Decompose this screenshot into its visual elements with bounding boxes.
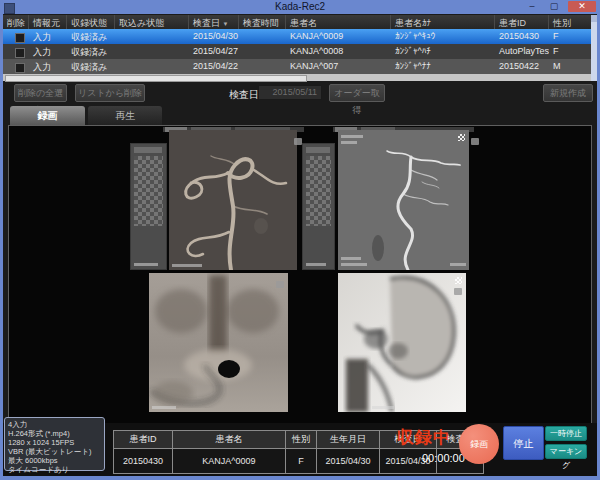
patient-name-header: 患者名 xyxy=(173,431,286,449)
birthdate-value: 2015/04/30 xyxy=(317,449,380,474)
scroll-up-icon[interactable] xyxy=(591,15,597,22)
tab-play[interactable]: 再生 xyxy=(88,106,162,125)
column-header-patient-kana[interactable]: 患者名ｶﾅ xyxy=(391,15,495,29)
cell-sex: M xyxy=(549,59,591,74)
elapsed-time: 00:00:00 xyxy=(422,452,465,464)
cell-patient-kana: ｶﾝｼﾞｬ^ﾅﾅ xyxy=(391,59,495,74)
patient-name-value: KANJA^0009 xyxy=(173,449,286,474)
info-line: VBR (最大ビットレート) xyxy=(8,447,104,456)
cell-patient-name: KANJA^0009 xyxy=(286,29,391,44)
column-header-patient-name[interactable]: 患者名 xyxy=(286,15,391,29)
patient-id-value: 20150430 xyxy=(114,449,173,474)
column-header-sex[interactable]: 性別 xyxy=(549,15,591,29)
patient-id-header: 患者ID xyxy=(114,431,173,449)
layout-grid-icon xyxy=(455,277,462,284)
sort-desc-icon: ▼ xyxy=(223,21,229,27)
info-line: タイムコードあり xyxy=(8,465,104,474)
sex-header: 性別 xyxy=(286,431,317,449)
info-line: H.264形式 (*.mp4) xyxy=(8,429,104,438)
info-line: 1280 x 1024 15FPS xyxy=(8,438,104,447)
stop-button[interactable]: 停止 xyxy=(503,426,544,460)
minimize-button[interactable]: – xyxy=(522,1,542,12)
sex-value: F xyxy=(286,449,317,474)
exam-date-label: 検査日 xyxy=(229,88,259,102)
cell-exam-date: 2015/04/30 xyxy=(189,29,239,44)
cell-patient-id: AutoPlayTest xyxy=(495,44,549,59)
recording-status-label: 収録中 xyxy=(397,426,451,449)
cell-patient-name: KANJA^0008 xyxy=(286,44,391,59)
exam-date-field[interactable]: 2015/05/11 xyxy=(258,85,322,100)
cell-import-status xyxy=(115,29,189,44)
study-row[interactable]: 入力 収録済み 2015/04/27 KANJA^0008 ｶﾝｼﾞｬ^ﾊﾁ A… xyxy=(3,44,591,59)
tool-palette-left xyxy=(130,143,167,270)
column-header-source[interactable]: 情報元 xyxy=(29,15,67,29)
cell-patient-id: 20150430 xyxy=(495,29,549,44)
marking-button[interactable]: マーキング xyxy=(545,444,587,459)
camera-icon xyxy=(471,138,479,145)
cell-patient-id: 20150422 xyxy=(495,59,549,74)
column-header-delete[interactable]: 削除 xyxy=(3,15,29,29)
delete-checkbox[interactable] xyxy=(15,63,25,73)
xray-image-bottom-right xyxy=(338,273,466,412)
info-line: 最大 6000kbps xyxy=(8,456,104,465)
column-header-patient-id[interactable]: 患者ID xyxy=(495,15,549,29)
cell-import-status xyxy=(115,59,189,74)
marker-icon xyxy=(276,281,284,288)
cell-patient-kana: ｶﾝｼﾞｬ^ﾊﾁ xyxy=(391,44,495,59)
cell-exam-date: 2015/04/22 xyxy=(189,59,239,74)
input-format-info: 4入力 H.264形式 (*.mp4) 1280 x 1024 15FPS VB… xyxy=(4,417,105,471)
maximize-button[interactable]: ▢ xyxy=(544,1,564,12)
horizontal-scrollbar[interactable] xyxy=(3,74,591,81)
cell-sex: F xyxy=(549,44,591,59)
close-button[interactable]: ✕ xyxy=(568,1,596,12)
xray-image-bottom-left xyxy=(149,273,288,412)
study-list-header: 削除 情報元 収録状態 取込み状態 検査日 ▼ 検査時間 患者名 患者名ｶﾅ 患… xyxy=(3,15,591,29)
info-line: 4入力 xyxy=(8,420,104,429)
new-create-button[interactable]: 新規作成 xyxy=(543,84,593,102)
main-content: 削除 情報元 収録状態 取込み状態 検査日 ▼ 検査時間 患者名 患者名ｶﾅ 患… xyxy=(3,14,597,476)
cell-source: 入力 xyxy=(29,59,67,74)
application-window: Kada-Rec2 – ▢ ✕ 削除 情報元 収録状態 取込み状態 検査日 ▼ … xyxy=(0,0,600,480)
column-header-exam-date[interactable]: 検査日 ▼ xyxy=(189,15,239,29)
study-row-selected[interactable]: 入力 収録済み 2015/04/30 KANJA^0009 ｶﾝｼﾞｬ^ｷｭｳ … xyxy=(3,29,591,44)
angio-image-top-right xyxy=(338,130,469,270)
camera-icon xyxy=(294,138,302,145)
angio-image-top-left xyxy=(169,130,297,270)
cell-exam-time xyxy=(239,59,286,74)
cell-import-status xyxy=(115,44,189,59)
cell-sex: F xyxy=(549,29,591,44)
study-row[interactable]: 入力 収録済み 2015/04/22 KANJA^007 ｶﾝｼﾞｬ^ﾅﾅ 20… xyxy=(3,59,591,74)
vertical-scrollbar[interactable] xyxy=(591,15,597,81)
title-bar[interactable]: Kada-Rec2 – ▢ ✕ xyxy=(0,0,600,14)
delete-checkbox[interactable] xyxy=(15,48,25,58)
layout-grid-icon xyxy=(458,134,465,141)
exam-date-header-label: 検査日 xyxy=(193,18,220,28)
window-title: Kada-Rec2 xyxy=(0,1,600,12)
column-header-exam-time[interactable]: 検査時間 xyxy=(239,15,286,29)
cell-exam-time xyxy=(239,44,286,59)
cell-rec-status: 収録済み xyxy=(67,44,115,59)
birthdate-header: 生年月日 xyxy=(317,431,380,449)
cell-patient-kana: ｶﾝｼﾞｬ^ｷｭｳ xyxy=(391,29,495,44)
tab-record[interactable]: 録画 xyxy=(10,106,85,125)
record-button[interactable]: 録画 xyxy=(459,424,499,464)
cell-source: 入力 xyxy=(29,29,67,44)
cell-patient-name: KANJA^007 xyxy=(286,59,391,74)
cell-rec-status: 収録済み xyxy=(67,29,115,44)
cell-exam-time xyxy=(239,29,286,44)
tool-palette-right xyxy=(302,143,335,270)
select-all-delete-button[interactable]: 削除の全選択 xyxy=(14,84,67,102)
video-display-area xyxy=(8,125,592,425)
cell-source: 入力 xyxy=(29,44,67,59)
delete-checkbox[interactable] xyxy=(15,33,25,43)
pause-button[interactable]: 一時停止 xyxy=(545,426,587,441)
column-header-rec-status[interactable]: 収録状態 xyxy=(67,15,115,29)
column-header-import-status[interactable]: 取込み状態 xyxy=(115,15,189,29)
scrollbar-thumb[interactable] xyxy=(5,75,307,82)
delete-from-list-button[interactable]: リストから削除 xyxy=(75,84,145,102)
camera-icon xyxy=(454,288,462,295)
get-order-button[interactable]: オーダー取得 xyxy=(329,84,385,102)
record-control-panel: 4入力 H.264形式 (*.mp4) 1280 x 1024 15FPS VB… xyxy=(3,423,597,476)
cell-exam-date: 2015/04/27 xyxy=(189,44,239,59)
cell-rec-status: 収録済み xyxy=(67,59,115,74)
